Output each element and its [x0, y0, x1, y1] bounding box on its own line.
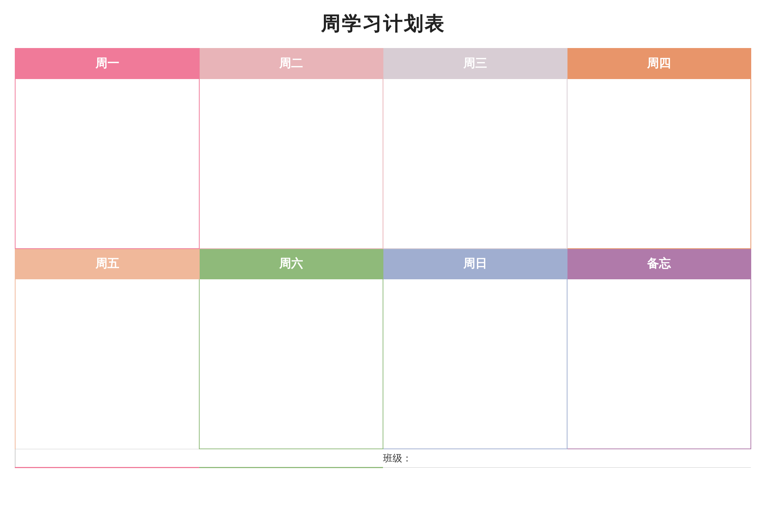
footer-row: 班级：	[15, 449, 751, 467]
bottom-header-row: 周五 周六 周日 备忘	[15, 249, 751, 279]
schedule-table: 周一 周二 周三 周四 周五 周六 周日 备忘 班级：	[15, 48, 751, 468]
content-fri[interactable]	[15, 279, 199, 449]
content-tue[interactable]	[199, 79, 383, 249]
header-tue: 周二	[199, 48, 383, 79]
header-notes: 备忘	[567, 249, 751, 279]
content-thu[interactable]	[567, 79, 751, 249]
header-sun: 周日	[383, 249, 567, 279]
header-mon: 周一	[15, 48, 199, 79]
content-notes[interactable]	[567, 279, 751, 449]
top-content-row	[15, 79, 751, 249]
bottom-content-row	[15, 279, 751, 449]
content-sat[interactable]	[199, 279, 383, 449]
top-header-row: 周一 周二 周三 周四	[15, 48, 751, 79]
content-sun[interactable]	[383, 279, 567, 449]
footer-cell-2	[199, 449, 383, 467]
content-mon[interactable]	[15, 79, 199, 249]
footer-cell-4	[567, 449, 751, 467]
header-wed: 周三	[383, 48, 567, 79]
footer-cell-1	[15, 449, 199, 467]
footer-class-cell[interactable]: 班级：	[383, 449, 567, 467]
content-wed[interactable]	[383, 79, 567, 249]
header-sat: 周六	[199, 249, 383, 279]
page-title: 周学习计划表	[321, 11, 445, 37]
header-fri: 周五	[15, 249, 199, 279]
class-label: 班级：	[383, 453, 412, 464]
header-thu: 周四	[567, 48, 751, 79]
